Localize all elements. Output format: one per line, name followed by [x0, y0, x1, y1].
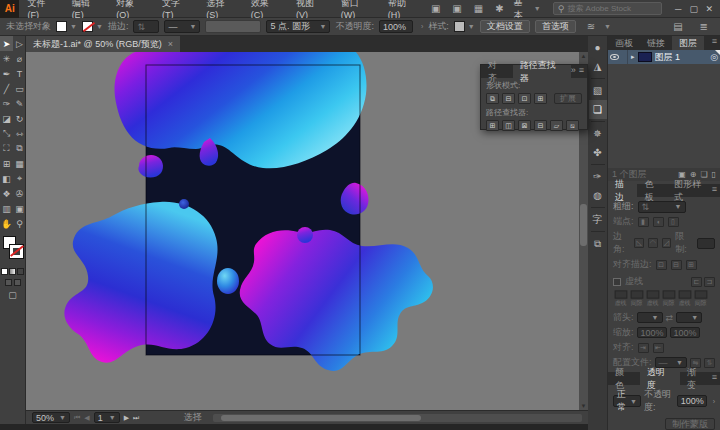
- layer-name[interactable]: 图层 1: [655, 51, 681, 64]
- screen-mode-button[interactable]: ▢: [8, 290, 17, 300]
- arrow-align-tip-button[interactable]: ⇥: [638, 343, 649, 353]
- magic-wand-tool[interactable]: ✳: [0, 51, 13, 66]
- menu-item-8[interactable]: 帮助(H): [380, 0, 425, 20]
- tab-layers[interactable]: 图层: [672, 36, 704, 50]
- style-dropdown[interactable]: ▼: [454, 21, 475, 32]
- share-icon[interactable]: ▣: [452, 3, 461, 14]
- delete-layer-icon[interactable]: ▯: [712, 170, 716, 179]
- blob-ball[interactable]: [217, 268, 239, 294]
- stroke-weight-stepper[interactable]: ⇅: [133, 20, 159, 33]
- tab-graphic-styles[interactable]: 图形样式: [667, 184, 712, 197]
- panel-menu-icon[interactable]: ≡: [579, 65, 584, 78]
- rotate-tool[interactable]: ↻: [13, 111, 26, 126]
- dash-field-3[interactable]: [662, 290, 675, 298]
- blob-bottom-left[interactable]: [64, 202, 217, 363]
- symbols-panel-icon[interactable]: ✵: [589, 124, 607, 143]
- perspective-grid-tool[interactable]: ⊞: [0, 156, 13, 171]
- stock-icon[interactable]: ▣: [431, 3, 440, 14]
- zoom-dropdown[interactable]: 50%▼: [32, 412, 70, 423]
- stroke-proxy-swatch[interactable]: [10, 245, 23, 258]
- layer-row[interactable]: ▸ 图层 1 ◎: [608, 50, 720, 64]
- layers-list-empty[interactable]: [608, 64, 720, 168]
- tab-transparency[interactable]: 透明度: [640, 372, 680, 385]
- shape-builder-tool[interactable]: ⧉: [13, 141, 26, 156]
- document-setup-button[interactable]: 文档设置: [480, 20, 530, 33]
- panel-menu-icon[interactable]: ≡: [712, 36, 717, 50]
- artboard-tool[interactable]: ▣: [13, 201, 26, 216]
- align-inside-button[interactable]: ⊟: [671, 260, 682, 270]
- minus-front-button[interactable]: ⊟: [502, 93, 515, 104]
- line-segment-tool[interactable]: ╱: [0, 81, 13, 96]
- menu-item-2[interactable]: 对象(O): [108, 0, 154, 20]
- menu-item-4[interactable]: 选择(S): [198, 0, 243, 20]
- exclude-button[interactable]: ⊞: [534, 93, 547, 104]
- round-join-button[interactable]: ◠: [648, 238, 658, 248]
- merge-button[interactable]: ⊠: [518, 120, 531, 131]
- tab-color[interactable]: 颜色: [608, 372, 640, 385]
- search-input[interactable]: [567, 4, 657, 13]
- dash-field-0[interactable]: [614, 290, 627, 298]
- menu-item-3[interactable]: 文字(T): [154, 0, 198, 20]
- collapse-icon[interactable]: »: [571, 65, 576, 78]
- draw-behind-button[interactable]: [14, 279, 21, 286]
- miter-join-button[interactable]: ◺: [634, 238, 644, 248]
- document-tab[interactable]: 未标题-1.ai* @ 50% (RGB/预览) ×: [26, 36, 180, 52]
- none-mode-button[interactable]: [17, 268, 24, 275]
- align-center-button[interactable]: ⊡: [656, 260, 667, 270]
- miter-limit-field[interactable]: [697, 238, 715, 249]
- menu-item-0[interactable]: 文件(F): [19, 0, 63, 20]
- tab-pathfinder[interactable]: 路径查找器: [513, 65, 571, 78]
- draw-normal-button[interactable]: [5, 279, 12, 286]
- layer-thumbnail[interactable]: [638, 52, 652, 62]
- arrow-end-dropdown[interactable]: ▼: [676, 312, 702, 323]
- zoom-tool[interactable]: ⚲: [13, 216, 26, 231]
- dock-menu-icon[interactable]: ≣: [700, 21, 708, 32]
- color-panel-icon[interactable]: ●: [589, 38, 607, 57]
- align-outside-button[interactable]: ⊞: [686, 260, 697, 270]
- brush-definition-box[interactable]: [205, 20, 261, 33]
- tab-artboards[interactable]: 画板: [608, 36, 640, 50]
- symbol-sprayer-tool[interactable]: ✇: [13, 186, 26, 201]
- tab-gradient[interactable]: 渐变: [680, 372, 712, 385]
- dash-field-1[interactable]: [630, 290, 643, 298]
- free-transform-tool[interactable]: ⛶: [0, 141, 13, 156]
- round-cap-button[interactable]: ◖: [653, 217, 664, 227]
- tab-swatches[interactable]: 色板: [637, 184, 666, 197]
- preserve-dash-button[interactable]: ⊏: [691, 277, 702, 287]
- tab-align[interactable]: 对齐: [481, 65, 513, 78]
- horizontal-scroll-thumb[interactable]: [221, 415, 421, 421]
- type-tool[interactable]: T: [13, 66, 26, 81]
- color-guide-panel-icon[interactable]: ◮: [589, 57, 607, 76]
- scroll-up-icon[interactable]: ▲: [579, 53, 588, 59]
- brush-dropdown[interactable]: 5 点. 圆形▼: [266, 20, 330, 33]
- horizontal-scrollbar[interactable]: [213, 414, 582, 422]
- dashed-line-checkbox[interactable]: [613, 278, 621, 286]
- artboard-nav-dropdown[interactable]: 1▼: [94, 412, 120, 423]
- dash-field-2[interactable]: [646, 290, 659, 298]
- selection-tool[interactable]: ➤: [0, 36, 13, 51]
- fill-color-control[interactable]: ▼: [56, 21, 77, 32]
- dash-field-4[interactable]: [678, 290, 691, 298]
- first-artboard-button[interactable]: ⏮: [74, 414, 80, 422]
- blob-small-left[interactable]: [138, 155, 163, 177]
- opacity-chevron[interactable]: ›: [713, 398, 715, 405]
- expand-arrow-icon[interactable]: ▸: [631, 53, 635, 61]
- opacity-field[interactable]: 100%: [379, 20, 413, 33]
- last-artboard-button[interactable]: ⏭: [133, 414, 139, 422]
- butt-cap-button[interactable]: ▮: [638, 217, 649, 227]
- expand-button[interactable]: 扩展: [554, 93, 582, 104]
- stock-search[interactable]: ⚲: [553, 2, 663, 15]
- minimize-button[interactable]: ─: [670, 4, 686, 14]
- intersect-button[interactable]: ⊡: [518, 93, 531, 104]
- vertical-scroll-thumb[interactable]: [580, 204, 587, 246]
- graphic-styles-panel-icon[interactable]: ✤: [589, 143, 607, 162]
- panel-menu-icon[interactable]: ≡: [712, 184, 717, 197]
- pen-tool[interactable]: ✒: [0, 66, 13, 81]
- preferences-button[interactable]: 首选项: [535, 20, 576, 33]
- stroke-weight-field[interactable]: ⇅▼: [638, 201, 686, 213]
- panel-menu-icon[interactable]: ≡: [712, 372, 717, 385]
- blob-drop-center[interactable]: [297, 227, 313, 243]
- eraser-tool[interactable]: ◪: [0, 111, 13, 126]
- brushes-panel-icon[interactable]: ✑: [589, 167, 607, 186]
- color-mode-button[interactable]: [1, 268, 8, 275]
